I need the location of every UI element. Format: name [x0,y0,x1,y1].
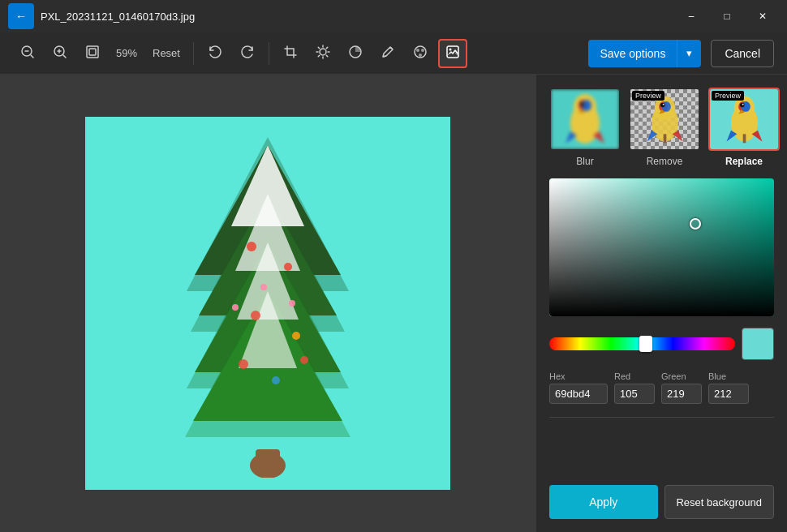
zoom-in-button[interactable] [45,39,75,68]
background-icon [445,45,460,62]
green-input-group: Green [661,371,702,404]
color-swatch [742,328,774,360]
tree-image [170,129,365,478]
hex-input[interactable] [549,384,608,404]
blur-label: Blur [576,156,593,167]
green-label: Green [661,371,702,381]
hue-slider-thumb[interactable] [639,336,652,352]
parrot-blur-img [561,91,609,148]
save-options-dropdown[interactable]: ▾ [677,40,701,67]
crop-button[interactable] [276,39,305,68]
svg-point-47 [300,356,308,364]
svg-point-46 [272,376,280,384]
close-button[interactable]: ✕ [746,3,779,29]
color-button[interactable] [341,39,370,68]
svg-point-43 [251,311,260,320]
svg-point-42 [284,263,292,271]
preview-item-blur[interactable]: Blur [549,88,621,167]
svg-rect-7 [87,46,98,58]
hex-label: Hex [549,371,608,381]
blue-input-group: Blue [708,371,749,404]
zoom-in-icon [53,45,67,62]
blur-preview-thumb[interactable] [549,88,621,151]
color-picker[interactable] [549,178,774,316]
svg-line-16 [326,47,327,48]
back-icon: ← [15,10,27,23]
color-picker-cursor [690,218,701,230]
fit-button[interactable] [78,39,107,68]
close-icon: ✕ [759,11,767,22]
svg-point-24 [419,54,422,57]
right-panel: Blur Preview [535,75,787,532]
svg-rect-67 [663,134,666,143]
window-controls: – □ ✕ [675,3,779,29]
svg-point-55 [580,101,585,106]
color-icon [348,45,363,62]
svg-point-41 [247,242,256,251]
remove-preview-badge: Preview [632,91,664,101]
svg-point-73 [742,104,743,105]
zoom-out-icon [20,45,35,62]
brightness-icon [316,45,330,62]
effects-icon [413,45,428,62]
replace-preview-thumb[interactable]: Preview [708,88,780,151]
canvas-area [0,75,535,532]
reset-background-button[interactable]: Reset background [664,485,775,519]
title-bar: ← PXL_20231121_01460170d3.jpg – □ ✕ [0,0,787,32]
bottom-buttons: Apply Reset background [549,485,774,519]
remove-preview-thumb[interactable]: Preview [629,88,700,151]
red-label: Red [614,371,655,381]
window-title: PXL_20231121_01460170d3.jpg [41,11,669,23]
svg-rect-76 [742,134,746,143]
zoom-out-button[interactable] [13,39,42,68]
draw-button[interactable] [373,39,402,68]
replace-label: Replace [725,156,763,167]
svg-line-17 [318,55,319,56]
hue-slider-row [549,328,774,360]
back-button[interactable]: ← [8,3,34,29]
apply-button[interactable]: Apply [549,485,658,519]
brightness-button[interactable] [308,39,338,68]
maximize-button[interactable]: □ [711,3,743,29]
background-button[interactable] [438,39,467,68]
preview-options: Blur Preview [549,88,774,167]
green-input[interactable] [661,384,702,404]
cancel-button[interactable]: Cancel [711,40,774,67]
hue-slider[interactable] [549,337,735,350]
image-canvas [85,117,450,490]
svg-point-49 [289,300,295,307]
svg-point-48 [260,284,267,290]
minimize-icon: – [689,11,695,22]
preview-item-replace[interactable]: Preview [708,88,780,167]
blue-input[interactable] [708,384,749,404]
replace-preview-badge: Preview [712,91,744,101]
svg-line-15 [326,55,327,56]
crop-icon [283,45,298,62]
preview-item-remove[interactable]: Preview [629,88,700,167]
svg-line-19 [390,47,393,49]
hex-input-group: Hex [549,371,608,404]
minimize-button[interactable]: – [675,3,707,29]
redo-icon [240,45,255,62]
svg-line-2 [31,55,33,58]
red-input[interactable] [614,384,655,404]
svg-rect-28 [256,449,280,474]
toolbar: 59% Reset [0,32,787,75]
toolbar-sep-1 [193,42,194,65]
svg-point-50 [232,304,239,311]
save-options-group: Save options ▾ [588,40,701,67]
svg-point-56 [583,102,584,104]
remove-label: Remove [647,156,683,167]
svg-point-45 [239,359,248,369]
save-options-button[interactable]: Save options [588,40,677,67]
svg-point-44 [292,332,300,340]
svg-rect-8 [89,49,96,55]
svg-point-9 [320,49,326,55]
blue-label: Blue [708,371,749,381]
undo-button[interactable] [200,39,230,68]
undo-icon [208,45,222,62]
svg-point-26 [449,48,451,50]
redo-button[interactable] [233,39,262,68]
reset-button[interactable]: Reset [146,44,187,62]
effects-button[interactable] [406,39,435,68]
